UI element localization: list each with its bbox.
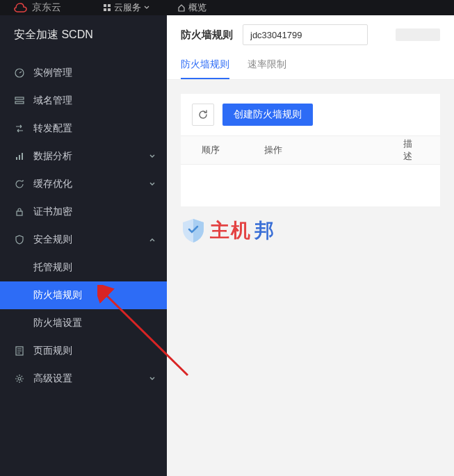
chart-icon <box>14 151 25 162</box>
svg-rect-0 <box>104 4 106 7</box>
panel: 创建防火墙规则 顺序 操作 描述 <box>181 94 440 206</box>
svg-rect-3 <box>108 8 111 11</box>
svg-rect-6 <box>15 101 24 104</box>
home-icon <box>177 3 186 12</box>
gear-icon <box>14 373 25 384</box>
sidebar-item-analytics[interactable]: 数据分析 <box>0 142 167 170</box>
arrows-icon <box>14 123 25 134</box>
sidebar-item-advanced[interactable]: 高级设置 <box>0 365 167 393</box>
svg-rect-5 <box>15 97 24 99</box>
chevron-down-icon <box>149 153 156 160</box>
tab-firewall-rules[interactable]: 防火墙规则 <box>181 58 229 79</box>
sidebar-item-security[interactable]: 安全规则 <box>0 226 167 254</box>
chevron-down-icon <box>149 375 156 382</box>
svg-rect-10 <box>17 211 22 215</box>
col-order: 顺序 <box>181 144 264 156</box>
content: 创建防火墙规则 顺序 操作 描述 <box>167 80 454 220</box>
create-rule-button[interactable]: 创建防火墙规则 <box>222 104 313 126</box>
masked-region <box>396 28 440 41</box>
chevron-down-icon <box>149 181 156 188</box>
sidebar-item-instance[interactable]: 实例管理 <box>0 59 167 87</box>
svg-rect-7 <box>16 157 17 160</box>
svg-rect-1 <box>108 4 111 7</box>
sidebar-sub-firewall-rules[interactable]: 防火墙规则 <box>0 281 167 309</box>
page-title: 防火墙规则 <box>181 28 233 42</box>
topbar: 京东云 云服务 概览 <box>0 0 454 15</box>
grid-icon <box>103 3 111 12</box>
chevron-down-icon <box>144 5 149 10</box>
svg-rect-9 <box>22 153 23 160</box>
security-subitems: 托管规则 防火墙规则 防火墙设置 <box>0 254 167 337</box>
table-header: 顺序 操作 描述 <box>181 136 440 165</box>
sidebar-item-cache[interactable]: 缓存优化 <box>0 170 167 198</box>
sidebar: 安全加速 SCDN 实例管理 域名管理 转发配置 数据分析 缓存优化 证书加密 <box>0 15 167 476</box>
dashboard-icon <box>14 67 25 79</box>
svg-rect-2 <box>104 8 106 11</box>
chevron-up-icon <box>149 236 156 243</box>
tabs: 防火墙规则 速率限制 <box>181 54 440 79</box>
brand-text: 京东云 <box>32 1 61 14</box>
list-icon <box>14 95 25 106</box>
refresh-icon <box>197 109 209 120</box>
page-icon <box>14 345 25 356</box>
brand-logo[interactable]: 京东云 <box>14 1 61 14</box>
topbar-links: 云服务 概览 <box>103 1 206 14</box>
svg-point-12 <box>18 377 21 380</box>
table-body <box>181 165 440 206</box>
refresh-button[interactable] <box>192 104 214 126</box>
instance-id-input[interactable] <box>243 24 368 45</box>
brand-icon <box>14 2 29 13</box>
topbar-link-cloud[interactable]: 云服务 <box>103 1 149 14</box>
toolbar: 创建防火墙规则 <box>181 94 440 136</box>
sidebar-item-forward[interactable]: 转发配置 <box>0 115 167 142</box>
topbar-link-overview[interactable]: 概览 <box>177 1 206 14</box>
svg-rect-8 <box>19 155 20 160</box>
main: 防火墙规则 防火墙规则 速率限制 创建防火墙规则 顺序 操作 <box>167 15 454 476</box>
sidebar-sub-managed[interactable]: 托管规则 <box>0 254 167 281</box>
shield-icon <box>14 234 25 245</box>
refresh-icon <box>14 179 25 190</box>
col-action: 操作 <box>264 144 403 156</box>
lock-icon <box>14 206 25 218</box>
sidebar-item-domain[interactable]: 域名管理 <box>0 87 167 115</box>
page-head: 防火墙规则 防火墙规则 速率限制 <box>167 15 454 80</box>
sidebar-item-cert[interactable]: 证书加密 <box>0 198 167 226</box>
sidebar-title: 安全加速 SCDN <box>0 15 167 59</box>
sidebar-sub-firewall-settings[interactable]: 防火墙设置 <box>0 309 167 337</box>
tab-rate-limit[interactable]: 速率限制 <box>248 58 286 79</box>
col-desc: 描述 <box>403 138 440 163</box>
sidebar-item-pagerule[interactable]: 页面规则 <box>0 337 167 365</box>
